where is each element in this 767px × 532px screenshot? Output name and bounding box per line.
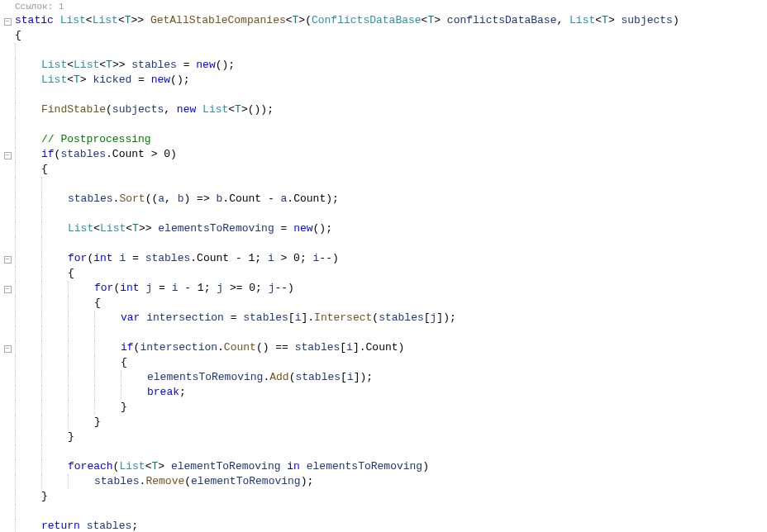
local-var: intersection xyxy=(146,311,224,324)
codelens-references[interactable]: Ссылок: 1 xyxy=(0,0,767,13)
var: i xyxy=(346,341,353,354)
keyword-for: for xyxy=(68,252,87,264)
var: i xyxy=(172,282,179,294)
code-line[interactable] xyxy=(0,88,767,102)
code-line[interactable]: − if(intersection.Count() == stables[i].… xyxy=(0,340,767,355)
type-list: List xyxy=(119,460,145,473)
code-line[interactable]: List<List<T>> stables = new(); xyxy=(0,58,767,73)
fold-minus-icon[interactable]: − xyxy=(4,152,12,159)
code-editor[interactable]: − static List<List<T>> GetAllStableCompa… xyxy=(0,13,767,532)
code-line[interactable]: FindStable(subjects, new List<T>()); xyxy=(0,102,767,117)
method-name: GetAllStableCompanies xyxy=(150,14,286,26)
type-list: List xyxy=(100,222,126,235)
code-line[interactable]: { xyxy=(0,28,767,43)
fold-minus-icon[interactable]: − xyxy=(4,286,12,293)
var: j xyxy=(145,282,152,294)
property: Count xyxy=(197,252,229,264)
code-line[interactable]: return stables; xyxy=(0,519,767,532)
code-line[interactable]: − for(int i = stables.Count - 1; i > 0; … xyxy=(0,251,767,266)
keyword-int: int xyxy=(93,252,112,264)
property: Count xyxy=(229,192,261,205)
code-line[interactable]: { xyxy=(0,296,767,311)
var: b xyxy=(217,192,223,205)
code-line[interactable]: stables.Remove(elementToRemoving); xyxy=(0,474,767,489)
var: stables xyxy=(243,311,288,324)
fold-gutter[interactable]: − xyxy=(0,147,15,162)
code-line[interactable] xyxy=(0,43,767,58)
var: stables xyxy=(295,371,341,383)
type-list: List xyxy=(569,14,595,26)
arg: elementToRemoving xyxy=(191,475,301,487)
var: i xyxy=(119,252,126,264)
code-line[interactable]: } xyxy=(0,489,767,504)
type-param: T xyxy=(106,59,112,71)
code-line[interactable] xyxy=(0,207,767,221)
code-line[interactable]: foreach(List<T> elementToRemoving in ele… xyxy=(0,459,767,474)
code-line[interactable]: elementsToRemoving.Add(stables[i]); xyxy=(0,370,767,385)
code-line[interactable] xyxy=(0,177,767,192)
param: subjects xyxy=(622,14,673,26)
code-line[interactable] xyxy=(0,236,767,251)
code-line[interactable] xyxy=(0,325,767,340)
type-list: List xyxy=(202,103,228,116)
arg: subjects xyxy=(112,103,164,116)
var: elementsToRemoving xyxy=(307,460,422,473)
code-line[interactable]: } xyxy=(0,415,767,430)
code-line[interactable]: − static List<List<T>> GetAllStableCompa… xyxy=(0,13,767,28)
type-list: List xyxy=(41,74,67,86)
keyword-static: static xyxy=(15,14,54,26)
code-line[interactable]: List<T> kicked = new(); xyxy=(0,73,767,88)
code-line[interactable]: − for(int j = i - 1; j >= 0; j--) xyxy=(0,281,767,296)
keyword-int: int xyxy=(120,282,139,294)
code-line[interactable]: − if(stables.Count > 0) xyxy=(0,147,767,162)
fold-gutter[interactable]: − xyxy=(0,340,15,355)
keyword-for: for xyxy=(94,282,113,294)
fold-gutter[interactable]: − xyxy=(0,281,15,296)
lambda-param: a xyxy=(158,192,164,205)
var: j xyxy=(217,282,223,294)
property: Count xyxy=(293,192,326,205)
lambda-param: b xyxy=(178,192,184,205)
var: i xyxy=(295,311,302,324)
type-list: List xyxy=(60,14,86,26)
type-param: T xyxy=(125,14,131,26)
local-var: elementsToRemoving xyxy=(158,222,274,235)
code-line[interactable]: { xyxy=(0,162,767,177)
keyword-break: break xyxy=(147,386,179,398)
keyword-in: in xyxy=(287,460,300,473)
code-line[interactable]: List<List<T>> elementsToRemoving = new()… xyxy=(0,221,767,236)
var: intersection xyxy=(140,341,217,354)
fold-minus-icon[interactable]: − xyxy=(4,256,12,264)
property: Count xyxy=(366,341,398,354)
code-line[interactable]: } xyxy=(0,430,767,444)
type-list: List xyxy=(68,222,93,235)
code-line[interactable] xyxy=(0,504,767,519)
code-line[interactable]: // Postprocessing xyxy=(0,132,767,147)
code-line[interactable]: break; xyxy=(0,385,767,400)
code-line[interactable] xyxy=(0,117,767,132)
comment: // Postprocessing xyxy=(41,133,151,145)
var: stables xyxy=(145,252,191,264)
fold-minus-icon[interactable]: − xyxy=(4,18,12,26)
param: conflictsDataBase xyxy=(447,14,557,26)
type-param: T xyxy=(427,14,434,26)
fold-gutter[interactable]: − xyxy=(0,13,15,28)
keyword-foreach: foreach xyxy=(68,460,113,473)
var: i xyxy=(313,252,320,264)
code-line[interactable]: { xyxy=(0,355,767,370)
fold-gutter[interactable]: − xyxy=(0,251,15,266)
local-var: stables xyxy=(131,59,177,71)
method-call: Sort xyxy=(119,192,145,205)
code-line[interactable]: var intersection = stables[i].Intersect(… xyxy=(0,311,767,325)
code-line[interactable] xyxy=(0,444,767,459)
code-line[interactable]: } xyxy=(0,400,767,415)
code-line[interactable]: stables.Sort((a, b) => b.Count - a.Count… xyxy=(0,192,767,207)
keyword-new: new xyxy=(196,59,215,71)
method-call: Add xyxy=(269,371,288,383)
code-line[interactable]: { xyxy=(0,266,767,281)
fold-minus-icon[interactable]: − xyxy=(4,345,12,353)
type-list: List xyxy=(74,59,99,71)
type-param: T xyxy=(151,460,158,473)
var: elementsToRemoving xyxy=(147,371,263,383)
var: j xyxy=(269,282,275,294)
